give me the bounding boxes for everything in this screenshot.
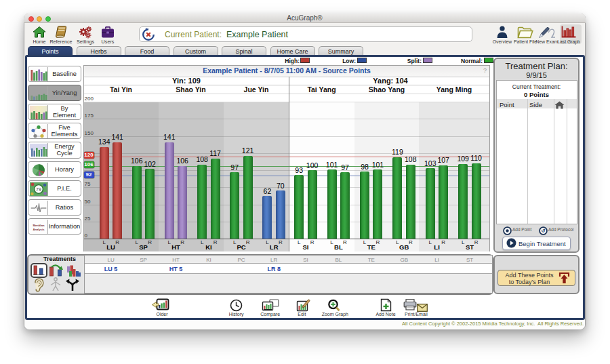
svg-text:↺: ↺ <box>541 228 545 234</box>
svg-text:Analysis: Analysis <box>33 227 45 230</box>
svg-text:79: 79 <box>36 186 41 191</box>
svg-text:Meridian: Meridian <box>33 224 45 227</box>
